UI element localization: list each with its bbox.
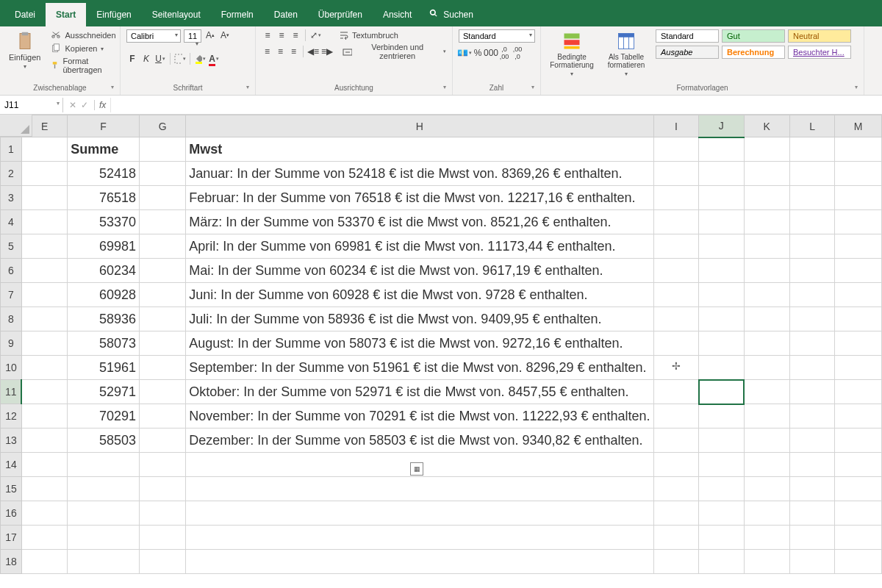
row-header-15[interactable]: 15: [1, 477, 22, 501]
cell-G2[interactable]: [140, 162, 186, 186]
row-header-1[interactable]: 1: [1, 137, 22, 162]
cell-F15[interactable]: [68, 477, 140, 501]
tab-einfügen[interactable]: Einfügen: [86, 3, 141, 26]
cell-G11[interactable]: [140, 380, 186, 404]
number-format-combo[interactable]: Standard: [459, 29, 535, 43]
autofill-options-button[interactable]: ▦: [410, 462, 423, 476]
cell-K8[interactable]: [744, 307, 789, 331]
cell-K4[interactable]: [744, 210, 789, 234]
row-header-12[interactable]: 12: [1, 404, 22, 429]
align-right-button[interactable]: ≡: [288, 46, 299, 57]
cell-E3[interactable]: [21, 186, 67, 210]
row-header-4[interactable]: 4: [1, 210, 22, 234]
cell-K17[interactable]: [744, 526, 789, 550]
wrap-text-button[interactable]: Textumbruch: [339, 29, 398, 41]
tab-datei[interactable]: Datei: [4, 3, 46, 26]
cell-E14[interactable]: [21, 453, 67, 477]
cell-M9[interactable]: [835, 331, 882, 356]
cell-I17[interactable]: [653, 526, 699, 550]
cell-K1[interactable]: [744, 137, 789, 162]
font-name-combo[interactable]: Calibri: [126, 29, 181, 43]
cell-L16[interactable]: [789, 501, 835, 526]
cell-K18[interactable]: [744, 550, 789, 574]
cell-J18[interactable]: [699, 550, 745, 574]
cell-K7[interactable]: [744, 283, 789, 307]
row-header-14[interactable]: 14: [1, 453, 22, 477]
cell-F3[interactable]: 76518: [68, 186, 140, 210]
cell-L13[interactable]: [789, 429, 835, 453]
percent-button[interactable]: %: [472, 47, 484, 59]
cell-G10[interactable]: [140, 356, 186, 380]
cell-I2[interactable]: [653, 162, 699, 186]
cell-I4[interactable]: [653, 210, 699, 234]
cell-H15[interactable]: [186, 477, 653, 501]
cell-E12[interactable]: [21, 404, 67, 429]
align-middle-button[interactable]: ≡: [276, 29, 287, 41]
cell-E4[interactable]: [21, 210, 67, 234]
cell-I1[interactable]: [653, 137, 699, 162]
cell-F11[interactable]: 52971: [68, 380, 140, 404]
select-all-corner[interactable]: [0, 115, 32, 137]
cell-I11[interactable]: [653, 380, 699, 404]
style-neutral[interactable]: Neutral: [788, 29, 851, 43]
tab-daten[interactable]: Daten: [264, 3, 308, 26]
cell-E5[interactable]: [21, 234, 67, 259]
cell-I10[interactable]: [653, 356, 699, 380]
cell-J8[interactable]: [699, 307, 745, 331]
cell-G1[interactable]: [140, 137, 186, 162]
increase-indent-button[interactable]: ≡▶: [321, 46, 333, 57]
cell-M13[interactable]: [835, 429, 882, 453]
format-painter-button[interactable]: Format übertragen: [49, 56, 117, 75]
decrease-font-button[interactable]: A▾: [219, 29, 231, 41]
style-berechnung[interactable]: Berechnung: [722, 46, 785, 59]
merge-button[interactable]: Verbinden und zentrieren: [343, 46, 446, 57]
decrease-decimal-button[interactable]: ,00,0: [512, 47, 523, 59]
cell-K12[interactable]: [744, 404, 789, 429]
cell-I16[interactable]: [653, 501, 699, 526]
fill-color-button[interactable]: [194, 53, 206, 65]
cell-F2[interactable]: 52418: [68, 162, 140, 186]
cell-G6[interactable]: [140, 259, 186, 283]
tab-start[interactable]: Start: [46, 3, 86, 26]
row-header-18[interactable]: 18: [1, 550, 22, 574]
cell-L2[interactable]: [789, 162, 835, 186]
row-header-7[interactable]: 7: [1, 283, 22, 307]
cell-M3[interactable]: [835, 186, 882, 210]
row-header-5[interactable]: 5: [1, 234, 22, 259]
cell-I12[interactable]: [653, 404, 699, 429]
name-box[interactable]: J11: [0, 98, 63, 112]
col-header-G[interactable]: G: [140, 115, 186, 137]
col-header-K[interactable]: K: [744, 115, 789, 137]
cell-K2[interactable]: [744, 162, 789, 186]
cell-G15[interactable]: [140, 477, 186, 501]
cell-L14[interactable]: [789, 453, 835, 477]
cancel-formula-button[interactable]: ✕: [69, 100, 76, 110]
search-box[interactable]: Suchen: [422, 3, 481, 26]
cell-J11[interactable]: [699, 380, 745, 404]
cell-H17[interactable]: [186, 526, 653, 550]
cell-L17[interactable]: [789, 526, 835, 550]
cell-L18[interactable]: [789, 550, 835, 574]
cell-G9[interactable]: [140, 331, 186, 356]
cell-M4[interactable]: [835, 210, 882, 234]
style-besucher[interactable]: Besuchter H...: [788, 46, 851, 59]
row-header-2[interactable]: 2: [1, 162, 22, 186]
cell-E7[interactable]: [21, 283, 67, 307]
formula-input[interactable]: [110, 98, 882, 112]
cell-M12[interactable]: [835, 404, 882, 429]
cell-G8[interactable]: [140, 307, 186, 331]
cell-J2[interactable]: [699, 162, 745, 186]
align-bottom-button[interactable]: ≡: [290, 29, 301, 41]
cell-G3[interactable]: [140, 186, 186, 210]
cell-M6[interactable]: [835, 259, 882, 283]
cell-L9[interactable]: [789, 331, 835, 356]
cell-J14[interactable]: [699, 453, 745, 477]
cell-I13[interactable]: [653, 429, 699, 453]
cell-M5[interactable]: [835, 234, 882, 259]
row-header-3[interactable]: 3: [1, 186, 22, 210]
cell-L7[interactable]: [789, 283, 835, 307]
cell-M14[interactable]: [835, 453, 882, 477]
cell-M15[interactable]: [835, 477, 882, 501]
cell-H12[interactable]: November: In der Summe von 70291 € ist d…: [186, 404, 653, 429]
cell-I14[interactable]: [653, 453, 699, 477]
